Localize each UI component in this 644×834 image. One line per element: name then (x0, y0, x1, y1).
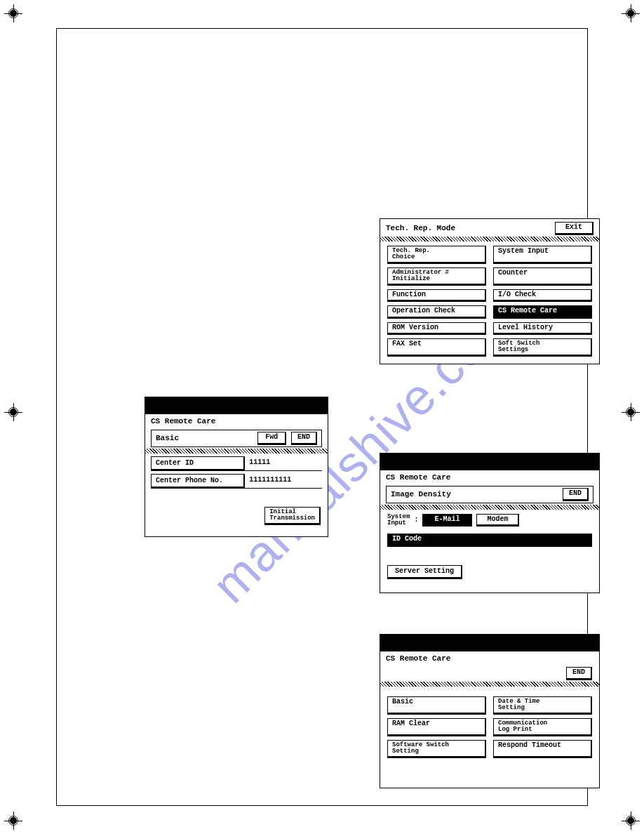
reg-mark-icon (4, 812, 22, 830)
panel-title: CS Remote Care (151, 417, 215, 425)
panel-title: CS Remote Care (386, 654, 450, 663)
end-row: END (380, 664, 599, 682)
date-time-setting-button[interactable]: Date & TimeSetting (493, 696, 592, 715)
panel-title-bar: CS Remote Care (380, 651, 599, 664)
center-phone-value: 1111111111 (245, 474, 322, 489)
system-input-row: SystemInput : E-Mail Modem (380, 510, 599, 531)
panel-title-bar: Tech. Rep. Mode Exit (380, 219, 599, 237)
cs-remote-care-button[interactable]: CS Remote Care (493, 305, 592, 319)
panel-header-bar (145, 397, 328, 414)
panel-footer: InitialTransmission (145, 489, 328, 531)
center-phone-label-button[interactable]: Center Phone No. (151, 474, 245, 489)
id-code-button[interactable]: ID Code (387, 534, 592, 547)
sub-header: Basic Fwd END (151, 430, 322, 447)
counter-button[interactable]: Counter (493, 267, 592, 286)
panel-header-bar (380, 635, 599, 651)
panel-header-bar (380, 454, 599, 470)
separator (380, 505, 599, 510)
modem-button[interactable]: Modem (476, 514, 519, 527)
center-phone-row: Center Phone No. 1111111111 (151, 474, 322, 489)
panel-title-bar: CS Remote Care (380, 470, 599, 483)
separator (145, 449, 328, 454)
system-input-button[interactable]: System Input (493, 246, 592, 264)
separator (380, 682, 599, 687)
end-button[interactable]: END (563, 488, 589, 501)
fax-set-button[interactable]: FAX Set (387, 338, 486, 357)
panel-cs-remote-care-image-density: CS Remote Care Image Density END SystemI… (380, 453, 600, 593)
level-history-button[interactable]: Level History (493, 322, 592, 336)
tech-rep-choice-button[interactable]: Tech. Rep.Choice (387, 246, 486, 264)
ram-clear-button[interactable]: RAM Clear (387, 718, 486, 736)
sub-header-label: Image Density (391, 490, 451, 498)
communication-log-print-button[interactable]: CommunicationLog Print (493, 718, 592, 736)
rom-version-button[interactable]: ROM Version (387, 322, 486, 336)
initial-transmission-button[interactable]: InitialTransmission (264, 507, 321, 525)
server-setting-row: Server Setting (380, 561, 599, 583)
software-switch-setting-button[interactable]: Software SwitchSetting (387, 740, 486, 758)
admin-initialize-button[interactable]: Administrator #Initialize (387, 267, 486, 286)
center-id-value: 11111 (245, 456, 322, 471)
panel-title: CS Remote Care (386, 473, 450, 482)
respond-timeout-button[interactable]: Respond Timeout (493, 740, 592, 758)
reg-mark-icon (4, 403, 22, 421)
panel-tech-rep-mode: Tech. Rep. Mode Exit Tech. Rep.Choice Sy… (380, 218, 600, 364)
end-button[interactable]: END (566, 667, 592, 680)
panel-cs-remote-care-basic: CS Remote Care Basic Fwd END Center ID 1… (145, 397, 328, 537)
sub-header-label: Basic (156, 434, 179, 442)
menu-grid: Basic Date & TimeSetting RAM Clear Commu… (380, 694, 599, 764)
end-button[interactable]: END (291, 432, 317, 445)
panel-cs-remote-care-menu: CS Remote Care END Basic Date & TimeSett… (380, 634, 600, 788)
colon: : (414, 516, 418, 524)
basic-button[interactable]: Basic (387, 696, 486, 715)
server-setting-button[interactable]: Server Setting (387, 565, 462, 580)
reg-mark-icon (622, 403, 640, 421)
separator (380, 237, 599, 241)
io-check-button[interactable]: I/O Check (493, 289, 592, 303)
exit-button[interactable]: Exit (555, 222, 593, 235)
reg-mark-icon (622, 4, 640, 22)
panel-title: Tech. Rep. Mode (386, 224, 455, 232)
page-frame: manualshive.com Tech. Rep. Mode Exit Tec… (56, 28, 588, 806)
system-input-label: SystemInput (387, 514, 410, 527)
sub-header: Image Density END (386, 486, 593, 503)
menu-grid: Tech. Rep.Choice System Input Administra… (380, 241, 599, 363)
operation-check-button[interactable]: Operation Check (387, 305, 486, 319)
function-button[interactable]: Function (387, 289, 486, 303)
panel-title-bar: CS Remote Care (145, 414, 328, 427)
reg-mark-icon (4, 4, 22, 22)
id-code-row: ID Code (387, 534, 592, 547)
soft-switch-settings-button[interactable]: Soft SwitchSettings (493, 338, 592, 357)
center-id-label-button[interactable]: Center ID (151, 456, 245, 471)
email-button[interactable]: E-Mail (422, 514, 472, 527)
reg-mark-icon (622, 812, 640, 830)
fwd-button[interactable]: Fwd (257, 432, 286, 445)
center-id-row: Center ID 11111 (151, 456, 322, 471)
